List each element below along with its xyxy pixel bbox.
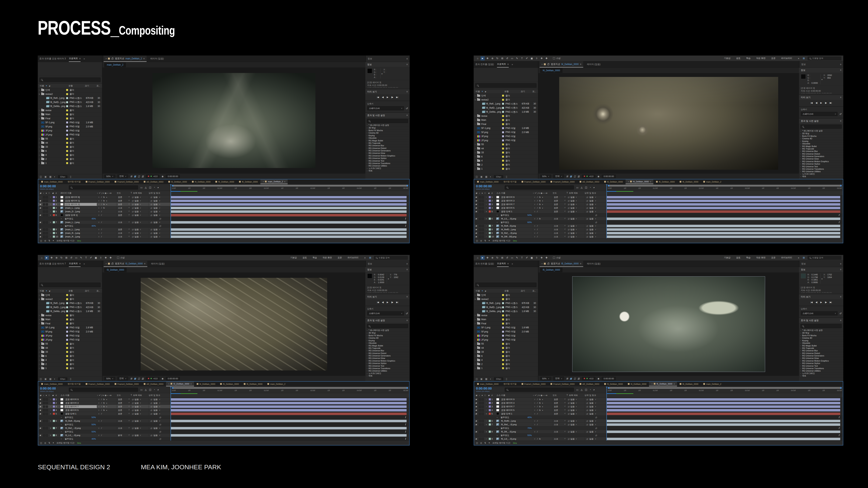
trash-icon[interactable]: ▯ xyxy=(506,378,507,380)
panel-menu-icon[interactable]: ≡ xyxy=(840,262,841,265)
workspace-tab[interactable]: 학습 xyxy=(746,57,750,60)
quality-switch-icon[interactable]: ♀ xyxy=(534,196,535,198)
layer-color-chip[interactable] xyxy=(53,228,55,231)
pickwhip-icon[interactable]: ◎ xyxy=(568,409,569,412)
project-item-row[interactable]: › 단색 폴더 xyxy=(474,94,538,98)
current-timecode[interactable]: 0:00:00:00 xyxy=(40,185,67,188)
quality-switch-icon[interactable]: ♀ xyxy=(98,405,100,408)
effects-category-row[interactable]: › RG Magic Bullet xyxy=(365,139,410,142)
layer-name[interactable]: [검정 단색 1] xyxy=(65,214,97,217)
column-name[interactable]: 이름 ▼ ◆ xyxy=(474,290,504,292)
audio-toggle[interactable] xyxy=(478,207,481,209)
expand-caret-icon[interactable]: › xyxy=(801,170,801,172)
label-color-chip[interactable] xyxy=(502,302,504,304)
panel-menu-icon[interactable]: ≡ xyxy=(79,57,81,60)
tool-icon[interactable]: ✥ xyxy=(486,256,490,260)
timeline-comp-tab[interactable]: × 렌더링 대기열 ≡ xyxy=(501,180,519,184)
column-type[interactable]: 유형 xyxy=(504,290,521,292)
tool-icon[interactable]: ✚ xyxy=(545,56,549,61)
layer-color-chip[interactable] xyxy=(489,196,491,198)
composition-mini-flowchart-icon[interactable]: ⚏ xyxy=(140,388,143,391)
label-color-chip[interactable] xyxy=(66,89,68,91)
project-item-row[interactable]: ∨ revise2 폴더 xyxy=(38,297,102,301)
expand-caret-icon[interactable]: › xyxy=(367,142,367,144)
composition-canvas[interactable] xyxy=(572,276,765,372)
label-color-chip[interactable] xyxy=(502,135,504,137)
label-color-chip[interactable] xyxy=(66,339,68,341)
expand-caret-icon[interactable]: › xyxy=(801,375,801,377)
expand-caret-icon[interactable]: › xyxy=(801,150,801,152)
layer-color-chip[interactable] xyxy=(53,413,55,415)
tab-info[interactable]: 정보 xyxy=(801,262,806,265)
pickwhip-icon[interactable]: ◎ xyxy=(159,225,161,227)
pickwhip-icon[interactable]: ◎ xyxy=(568,210,569,213)
blend-mode-dropdown[interactable]: 표준∨ xyxy=(117,196,131,199)
timeline-search-input[interactable] xyxy=(505,186,574,190)
label-color-chip[interactable] xyxy=(502,99,504,101)
expand-caret-icon[interactable]: ∨ xyxy=(49,420,52,422)
timeline-comp-tab[interactable]: × Frame4_DeMain_0000 ≡ xyxy=(548,382,577,386)
expand-caret-icon[interactable]: › xyxy=(367,362,367,364)
project-item-row[interactable]: 3F.png PNG 파일 xyxy=(474,134,538,138)
lock-toggle[interactable] xyxy=(45,196,48,198)
layer-name[interactable]: 조정 레이어 9 xyxy=(501,196,533,199)
expand-caret-icon[interactable]: › xyxy=(474,322,477,325)
expand-caret-icon[interactable]: › xyxy=(801,138,801,139)
expand-caret-icon[interactable]: › xyxy=(38,319,41,321)
close-icon[interactable]: × xyxy=(541,262,542,265)
project-item-row[interactable]: ∨ revise2 폴더 xyxy=(474,98,538,102)
composition-mini-flowchart-icon[interactable]: ⚏ xyxy=(576,186,579,189)
workspace-tab[interactable]: 표준 xyxy=(338,256,342,259)
parent-link-dropdown[interactable]: ◎ 없음∨ xyxy=(585,430,607,433)
tab-project[interactable]: 프로젝트 ≡ xyxy=(497,261,509,267)
layer-duration-bar[interactable] xyxy=(607,420,840,422)
timeline-layer-row[interactable]: ◉ ∨ 6 f3_Refl...0].png ♀ / fx ◐ xyxy=(38,419,409,423)
audio-toggle[interactable] xyxy=(478,203,481,206)
label-color-chip[interactable] xyxy=(502,306,504,308)
track-matte-dropdown[interactable]: ◎ 없음∨ xyxy=(566,409,585,412)
parent-link-dropdown[interactable]: ◎ 없음∨ xyxy=(585,402,607,404)
opacity-value[interactable]: 70% xyxy=(527,427,532,429)
layer-name[interactable]: 검정 단색 1 xyxy=(65,413,97,415)
expand-caret-icon[interactable]: ∨ xyxy=(485,424,488,425)
quality-switch-icon[interactable]: ♀ xyxy=(98,207,100,209)
layer-color-chip[interactable] xyxy=(53,200,55,202)
bpc-indicator[interactable]: 32bpc xyxy=(494,175,503,178)
lock-toggle[interactable] xyxy=(482,203,484,206)
expand-caret-icon[interactable]: › xyxy=(485,236,488,237)
audio-toggle[interactable] xyxy=(478,218,481,220)
expand-caret-icon[interactable]: › xyxy=(367,135,367,136)
lock-toggle[interactable] xyxy=(45,420,48,422)
expand-caret-icon[interactable]: › xyxy=(49,398,52,400)
audio-toggle[interactable] xyxy=(478,398,481,401)
expand-caret-icon[interactable]: › xyxy=(474,347,477,349)
close-icon[interactable]: × xyxy=(541,63,542,65)
tool-icon[interactable]: T xyxy=(520,56,524,61)
expand-caret-icon[interactable]: › xyxy=(367,332,367,334)
project-item-row[interactable]: › 55 폴더 xyxy=(474,142,538,147)
parent-link-dropdown[interactable]: ◎ 없음∨ xyxy=(585,405,607,408)
effects-category-row[interactable]: › Boris FX Mocha xyxy=(365,129,410,132)
pickwhip-icon[interactable]: ◎ xyxy=(595,434,597,436)
parent-link-dropdown[interactable]: ◎ 없음∨ xyxy=(585,228,607,231)
mode-column[interactable]: 모드 xyxy=(117,394,131,397)
blend-mode-dropdown[interactable]: 스크∨ xyxy=(553,430,566,433)
label-color-chip[interactable] xyxy=(502,319,504,320)
tab-layer[interactable]: 레이어 (없음) xyxy=(587,61,600,67)
expand-caret-icon[interactable]: › xyxy=(38,367,41,369)
blend-mode-dropdown[interactable]: 표준∨ xyxy=(553,398,566,401)
workspace-tab[interactable]: 작은 화면 xyxy=(322,256,332,259)
expand-caret-icon[interactable]: › xyxy=(485,405,488,408)
project-item-row[interactable]: › 1 폴더 xyxy=(38,366,102,370)
project-item-row[interactable]: f6_DeMa...png PNG 시퀀스 1.8 MB 30 xyxy=(38,310,102,314)
label-color-chip[interactable] xyxy=(502,351,504,353)
layer-duration-bar[interactable] xyxy=(171,235,407,238)
effects-category-row[interactable]: › RG Trapcode xyxy=(799,148,843,150)
expand-caret-icon[interactable]: › xyxy=(38,118,41,120)
timeline-comp-tab[interactable]: × f5_DeMain_0000 ≡ xyxy=(213,180,237,184)
visibility-eye-icon[interactable]: ◉ xyxy=(39,200,41,202)
tool-icon[interactable]: ⊞ xyxy=(64,256,68,260)
effects-category-row[interactable]: › 매트 xyxy=(799,375,843,377)
pickwhip-icon[interactable]: ◎ xyxy=(568,232,569,234)
track-matte-dropdown[interactable]: ◎ 없음∨ xyxy=(131,210,149,213)
